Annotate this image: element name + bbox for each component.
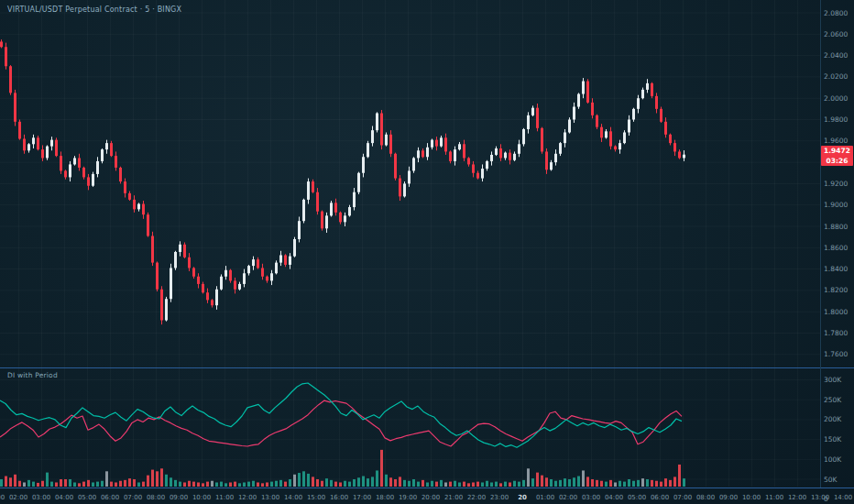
time-axis-label[interactable]: 11:00 xyxy=(215,494,234,501)
time-axis-label[interactable]: 07:00 xyxy=(124,494,142,501)
time-axis-label[interactable]: 01:00 xyxy=(536,494,554,501)
volume-bar xyxy=(238,483,241,487)
price-axis-label[interactable]: 1.9800 xyxy=(824,115,848,124)
price-axis-label[interactable]: 1.9000 xyxy=(824,201,848,209)
volume-bar xyxy=(669,480,672,487)
volume-bar xyxy=(518,482,520,487)
indicator-axis-label[interactable]: 50K xyxy=(824,476,838,484)
time-axis-label[interactable]: 17:00 xyxy=(353,494,371,501)
time-axis-label[interactable]: 10:00 xyxy=(192,494,211,501)
date-label[interactable]: 20 xyxy=(518,494,527,501)
price-axis-label[interactable]: 1.7800 xyxy=(824,329,848,337)
time-axis-label[interactable]: 08:00 xyxy=(147,494,165,501)
volume-bar xyxy=(385,475,388,487)
volume-bar xyxy=(275,481,278,487)
time-axis-label[interactable]: 14:00 xyxy=(834,494,852,501)
price-axis-label[interactable]: 1.8000 xyxy=(824,308,848,316)
candle-body xyxy=(385,135,388,146)
time-axis-label[interactable]: 05:00 xyxy=(78,494,96,501)
time-axis-label[interactable]: 23:00 xyxy=(490,494,509,501)
candle-body xyxy=(596,115,598,127)
candle-body xyxy=(284,255,287,264)
time-axis-label[interactable]: 09:00 xyxy=(170,494,188,501)
price-axis-label[interactable]: 1.8400 xyxy=(824,265,848,273)
volume-bar xyxy=(174,480,177,487)
candle-body xyxy=(357,173,360,192)
candle-body xyxy=(641,90,644,98)
time-axis-label[interactable]: 04:00 xyxy=(55,494,73,501)
volume-bar xyxy=(586,477,589,487)
price-axis-label[interactable]: 2.0400 xyxy=(824,51,848,60)
time-axis-label[interactable]: 02:00 xyxy=(9,494,27,501)
time-axis-label[interactable]: 05:00 xyxy=(628,494,646,501)
candle-body xyxy=(509,153,511,160)
volume-bar xyxy=(247,482,250,487)
candle-body xyxy=(234,280,236,289)
price-axis-label[interactable]: 2.0800 xyxy=(824,9,848,17)
indicator-pane-label[interactable]: DI with Period xyxy=(7,371,58,379)
time-axis-label[interactable]: 11:00 xyxy=(765,494,783,501)
volume-bar xyxy=(362,477,365,487)
price-axis-label[interactable]: 1.8600 xyxy=(824,244,848,252)
time-axis-label[interactable]: 14:00 xyxy=(284,494,302,501)
candle-body xyxy=(476,173,479,179)
volume-bar xyxy=(211,481,214,487)
indicator-axis-label[interactable]: 100K xyxy=(824,455,842,464)
time-axis-label[interactable]: 10:00 xyxy=(742,494,761,501)
chart-canvas[interactable]: 2.08002.06002.04002.02002.00001.98001.96… xyxy=(0,0,854,504)
time-axis-label[interactable]: 06:00 xyxy=(101,494,119,501)
price-axis-label[interactable]: 2.0200 xyxy=(824,72,848,81)
volume-bar xyxy=(215,482,218,487)
indicator-axis-label[interactable]: 200K xyxy=(824,415,842,423)
time-axis-label[interactable]: 07:00 xyxy=(673,494,692,501)
time-axis-label[interactable]: 19:00 xyxy=(399,494,417,501)
volume-bar xyxy=(160,468,163,487)
candle-body xyxy=(495,148,498,155)
volume-bar xyxy=(463,482,465,487)
indicator-axis-label[interactable]: 250K xyxy=(824,396,842,404)
volume-bar xyxy=(399,477,401,487)
candle-body xyxy=(151,236,154,262)
time-axis-label[interactable]: 12:00 xyxy=(788,494,806,501)
volume-bar xyxy=(243,482,246,487)
time-axis-label[interactable]: 09:00 xyxy=(719,494,738,501)
candle-body xyxy=(179,245,181,252)
volume-bar xyxy=(101,481,104,487)
candle-body xyxy=(105,143,108,149)
indicator-axis-label[interactable]: 300K xyxy=(824,376,842,384)
candle-body xyxy=(664,122,667,135)
time-axis-label[interactable]: 16:00 xyxy=(330,494,348,501)
indicator-axis-label[interactable]: 150K xyxy=(824,435,842,444)
price-axis-label[interactable]: 1.7600 xyxy=(824,350,848,358)
time-axis-label[interactable]: 21:00 xyxy=(444,494,463,501)
time-axis-label[interactable]: 06:00 xyxy=(651,494,669,501)
time-axis-label[interactable]: 13:00 xyxy=(811,494,829,501)
price-axis-label[interactable]: 2.0600 xyxy=(824,30,848,38)
volume-bar xyxy=(64,479,67,487)
candle-body xyxy=(394,154,397,179)
time-axis-label[interactable]: 03:00 xyxy=(582,494,600,501)
time-axis-label[interactable]: 02:00 xyxy=(559,494,577,501)
time-axis-label[interactable]: 20:00 xyxy=(422,494,440,501)
price-axis-label[interactable]: 1.9200 xyxy=(824,180,848,188)
price-axis-label[interactable]: 1.8200 xyxy=(824,286,848,294)
price-axis-label[interactable]: 1.8800 xyxy=(824,223,848,231)
candle-body xyxy=(371,130,374,143)
time-axis-label[interactable]: 08:00 xyxy=(696,494,715,501)
volume-bar xyxy=(472,482,475,487)
candle-body xyxy=(252,259,255,266)
time-axis-label[interactable]: 12:00 xyxy=(238,494,257,501)
time-axis-label[interactable]: 22:00 xyxy=(467,494,486,501)
time-axis-label[interactable]: 03:00 xyxy=(32,494,50,501)
time-axis-label[interactable]: 04:00 xyxy=(605,494,623,501)
price-axis-label[interactable]: 1.9600 xyxy=(824,137,848,145)
time-axis-label[interactable]: 18:00 xyxy=(376,494,394,501)
volume-bar xyxy=(646,479,649,487)
price-axis-label[interactable]: 2.0000 xyxy=(824,94,848,103)
candle-body xyxy=(188,257,191,268)
time-axis-label[interactable]: 15:00 xyxy=(307,494,325,501)
candle-body xyxy=(481,169,484,178)
candle-body xyxy=(623,132,626,143)
time-axis-label[interactable]: 01:00 xyxy=(0,494,5,501)
time-axis-label[interactable]: 13:00 xyxy=(261,494,279,501)
